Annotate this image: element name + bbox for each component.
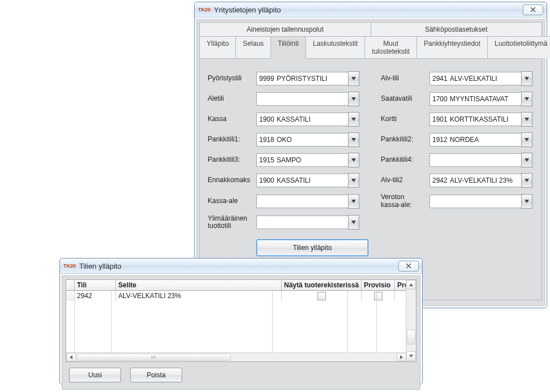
close-icon xyxy=(530,7,536,12)
combo-code[interactable] xyxy=(256,216,274,229)
combo-text[interactable] xyxy=(448,195,521,208)
app-icon: TK20 xyxy=(63,263,76,269)
tab-pankkiyhteystiedot[interactable]: Pankkiyhteystiedot xyxy=(416,36,488,58)
col-nayta[interactable]: Näytä tuoterekisterissä xyxy=(282,280,362,290)
scroll-up-button[interactable] xyxy=(406,280,416,290)
cell-provisio2[interactable] xyxy=(395,291,406,301)
scroll-left-button[interactable] xyxy=(66,353,76,361)
big-tab-row: Aineistojen tallennuspolut Sähköpostiase… xyxy=(199,22,542,36)
tilien-yllapito-button[interactable]: Tilien ylläpito xyxy=(256,239,368,256)
poista-button[interactable]: Poista xyxy=(130,368,182,382)
field-label: Kassa xyxy=(208,115,256,123)
combo-dropdown-button[interactable] xyxy=(348,71,359,86)
checkbox-nayta[interactable] xyxy=(317,292,326,300)
combo-dropdown-button[interactable] xyxy=(521,92,532,106)
combo-dropdown-button[interactable] xyxy=(521,153,532,167)
combo-code[interactable]: 1918 xyxy=(256,133,274,147)
col-selite[interactable]: Selite xyxy=(116,280,282,290)
combo-dropdown-button[interactable] xyxy=(521,194,532,209)
combo-dropdown-button[interactable] xyxy=(348,153,359,167)
vertical-scrollbar[interactable] xyxy=(406,280,416,361)
field-label: Kortti xyxy=(381,115,429,123)
combo-text[interactable]: KORTTIKASSATILI xyxy=(448,113,521,126)
combo-code[interactable]: 9999 xyxy=(256,72,274,85)
col-provisio2[interactable]: Provisio xyxy=(395,280,406,290)
combo-text[interactable]: ALV-VELKATILI 23% xyxy=(448,174,521,187)
combo-dropdown-button[interactable] xyxy=(521,71,532,86)
combo-text[interactable]: ALV-VELKATILI xyxy=(448,72,521,85)
tab-selaus[interactable]: Selaus xyxy=(235,36,271,58)
tab-muut-tulostetekstit[interactable]: Muut tulostetekstit xyxy=(364,36,417,58)
scroll-thumb-horizontal[interactable]: III xyxy=(77,354,231,361)
scroll-thumb-vertical[interactable] xyxy=(407,330,415,344)
scroll-down-button[interactable] xyxy=(406,351,416,361)
combo-code[interactable]: 1901 xyxy=(429,113,448,126)
window-title: Yritystietojen ylläpito xyxy=(214,6,523,14)
horizontal-scrollbar[interactable]: III xyxy=(66,352,406,361)
accounts-client: Tili Selite Näytä tuoterekisterissä Prov… xyxy=(62,275,420,390)
tab-yllapito[interactable]: Ylläpito xyxy=(199,36,236,58)
combo-dropdown-button[interactable] xyxy=(348,173,359,188)
grid-body[interactable]: 2942 ALV-VELKATILI 23% xyxy=(66,291,406,352)
combo-dropdown-button[interactable] xyxy=(348,92,359,106)
combo-dropdown-button[interactable] xyxy=(521,132,532,147)
checkbox-provisio1[interactable] xyxy=(374,292,383,300)
combo-code[interactable] xyxy=(256,92,274,106)
combo-code[interactable]: 1700 xyxy=(429,92,448,106)
combo-text[interactable]: MYYNTISAATAVAT xyxy=(448,92,521,106)
combo-dropdown-button[interactable] xyxy=(348,215,359,230)
combo-text[interactable] xyxy=(274,195,348,208)
combo-code[interactable] xyxy=(429,153,448,167)
titlebar-yritystiedot[interactable]: TK20 Yritystietojen ylläpito xyxy=(195,2,547,18)
titlebar-tilien[interactable]: TK20 Tilien ylläpito xyxy=(60,259,422,274)
combo-dropdown-button[interactable] xyxy=(348,194,359,209)
accounts-grid[interactable]: Tili Selite Näytä tuoterekisterissä Prov… xyxy=(66,279,416,362)
combo-text[interactable]: KASSATILI xyxy=(274,113,348,126)
field-label: Pankkitili3: xyxy=(208,156,256,164)
combo-code[interactable] xyxy=(256,195,274,208)
grid-header-marker xyxy=(66,280,75,290)
combo-dropdown-button[interactable] xyxy=(521,112,532,127)
combo-text[interactable] xyxy=(448,153,521,167)
close-button[interactable] xyxy=(523,5,543,15)
combo-code[interactable]: 1912 xyxy=(429,133,448,147)
combo-dropdown-button[interactable] xyxy=(521,173,532,188)
combo-code[interactable] xyxy=(429,195,448,208)
tab-tilointi[interactable]: Tiliöinti xyxy=(270,36,306,59)
combo-text[interactable]: KASSATILI xyxy=(274,174,348,187)
field-label: Pankkitili1: xyxy=(208,136,256,144)
cell-provisio1[interactable] xyxy=(362,291,395,301)
chevron-down-icon xyxy=(409,355,413,357)
col-provisio1[interactable]: Provisio xyxy=(362,280,395,290)
combo-text[interactable] xyxy=(274,216,348,229)
uusi-button[interactable]: Uusi xyxy=(69,368,121,382)
combo-code[interactable]: 2941 xyxy=(429,72,448,85)
cell-nayta[interactable] xyxy=(282,291,362,301)
combo-text[interactable] xyxy=(274,92,348,106)
combo-text[interactable]: NORDEA xyxy=(448,133,521,147)
field-label: Alv-tili2 xyxy=(381,176,429,184)
combo-text[interactable]: PYÖRISTYSTILI xyxy=(274,72,348,85)
combo-code[interactable]: 1900 xyxy=(256,113,274,126)
col-tili[interactable]: Tili xyxy=(75,280,116,290)
tab-luottotietoliittyma[interactable]: Luottotietoliittymä xyxy=(487,36,550,58)
combo-code[interactable]: 1915 xyxy=(256,153,274,167)
combo-dropdown-button[interactable] xyxy=(348,132,359,147)
scroll-track-horizontal[interactable]: III xyxy=(76,353,397,361)
grid-header: Tili Selite Näytä tuoterekisterissä Prov… xyxy=(66,280,406,291)
row-marker xyxy=(66,291,75,301)
close-button-accounts[interactable] xyxy=(398,261,419,272)
tab-aineistojen-tallennuspolut[interactable]: Aineistojen tallennuspolut xyxy=(199,22,371,36)
tab-laskutustekstit[interactable]: Laskutustekstit xyxy=(306,36,365,58)
field-label: Alv-tili xyxy=(381,75,429,83)
combo-code[interactable]: 1900 xyxy=(256,174,274,187)
scroll-right-button[interactable] xyxy=(397,353,406,361)
combo-code[interactable]: 2942 xyxy=(429,174,448,187)
combo-text[interactable]: OKO xyxy=(274,133,348,147)
cell-tili[interactable]: 2942 xyxy=(75,291,116,301)
tab-sahkopostiasetukset[interactable]: Sähköpostiasetukset xyxy=(371,22,543,36)
combo-dropdown-button[interactable] xyxy=(348,112,359,127)
table-row[interactable]: 2942 ALV-VELKATILI 23% xyxy=(66,291,406,301)
cell-selite[interactable]: ALV-VELKATILI 23% xyxy=(116,291,282,301)
combo-text[interactable]: SAMPO xyxy=(274,153,348,167)
